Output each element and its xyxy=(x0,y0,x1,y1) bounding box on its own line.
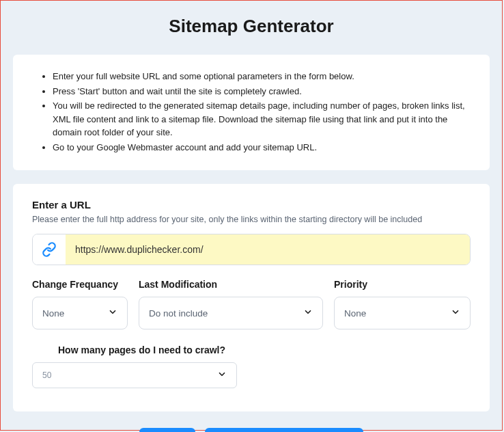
report-problem-button[interactable]: Report Problem With Tool xyxy=(205,428,363,432)
url-input[interactable] xyxy=(66,234,470,265)
last-modification-value: Do not include xyxy=(149,308,208,319)
instructions-list: Enter your full website URL and some opt… xyxy=(32,70,471,154)
url-subtext: Please enter the full http address for y… xyxy=(32,215,471,224)
priority-label: Priority xyxy=(334,279,471,290)
chevron-down-icon xyxy=(217,370,227,381)
chevron-down-icon xyxy=(303,308,313,319)
url-input-row xyxy=(32,234,471,265)
instruction-item: Press 'Start' button and wait until the … xyxy=(53,85,471,98)
change-frequency-select[interactable]: None xyxy=(32,297,128,329)
instruction-item: Go to your Google Webmaster account and … xyxy=(53,141,471,154)
crawl-pages-select[interactable]: 50 xyxy=(32,362,237,388)
change-frequency-value: None xyxy=(42,308,64,319)
instruction-item: You will be redirected to the generated … xyxy=(53,99,471,139)
start-button[interactable]: Start xyxy=(139,428,195,432)
instruction-item: Enter your full website URL and some opt… xyxy=(53,70,471,83)
change-frequency-label: Change Frequancy xyxy=(32,279,128,290)
last-modification-label: Last Modification xyxy=(139,279,323,290)
priority-select[interactable]: None xyxy=(334,297,471,329)
instructions-card: Enter your full website URL and some opt… xyxy=(13,55,490,170)
priority-value: None xyxy=(344,308,366,319)
page-title: Sitemap Genterator xyxy=(13,1,490,55)
chevron-down-icon xyxy=(108,308,117,319)
chevron-down-icon xyxy=(451,308,460,319)
url-heading: Enter a URL xyxy=(32,199,471,211)
link-icon xyxy=(33,234,66,265)
last-modification-select[interactable]: Do not include xyxy=(139,297,323,329)
crawl-pages-label: How many pages do I need to crawl? xyxy=(58,345,471,355)
form-card: Enter a URL Please enter the full http a… xyxy=(13,184,490,411)
crawl-pages-value: 50 xyxy=(42,370,51,380)
button-row: Start Report Problem With Tool xyxy=(13,428,490,432)
